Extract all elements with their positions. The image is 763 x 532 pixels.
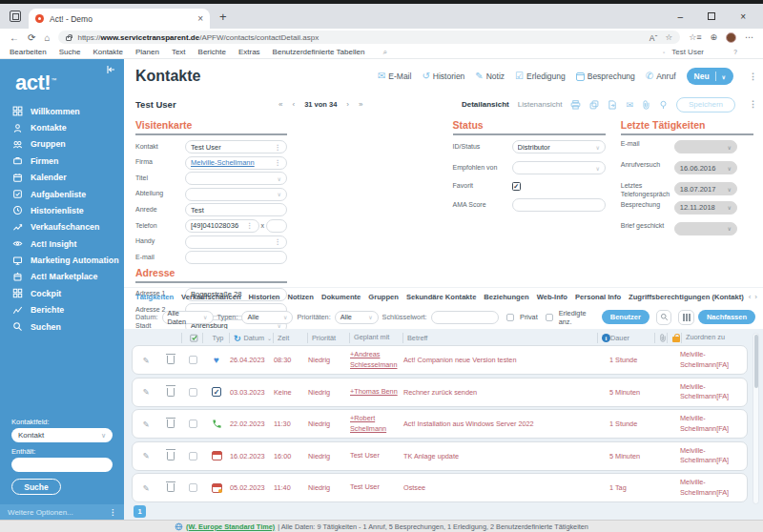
first-record-icon[interactable]: « bbox=[278, 100, 282, 109]
erledigte-checkbox[interactable] bbox=[546, 314, 553, 321]
ellipsis-icon[interactable]: ⋮ bbox=[246, 221, 254, 230]
browser-tab[interactable]: Act! - Demo × bbox=[29, 9, 210, 29]
sidebar-item-act-marketplace[interactable]: Act! Marketplace bbox=[0, 269, 124, 285]
id-status-select[interactable]: Distributor∨ bbox=[512, 140, 606, 153]
sidebar-collapse-icon[interactable] bbox=[105, 64, 116, 75]
next-record-icon[interactable]: › bbox=[346, 100, 349, 109]
datum-filter-select[interactable]: Alle Daten∨ bbox=[162, 311, 214, 324]
privat-checkbox[interactable] bbox=[506, 314, 514, 321]
new-tab-button[interactable]: + bbox=[219, 10, 227, 24]
chevron-down-icon[interactable]: ∨ bbox=[722, 73, 726, 80]
sidebar-item-willkommen[interactable]: Willkommen bbox=[0, 103, 124, 119]
edit-icon[interactable]: ✎ bbox=[133, 419, 159, 429]
titel-select[interactable]: ∨ bbox=[185, 172, 287, 185]
sidebar-item-marketing-automation[interactable]: Marketing Automation bbox=[0, 252, 124, 268]
ellipsis-icon[interactable]: ⋮ bbox=[275, 158, 282, 167]
delete-icon[interactable] bbox=[159, 388, 182, 397]
tabs-scroll-right-icon[interactable]: › bbox=[754, 293, 757, 301]
tabs-scroll-left-icon[interactable]: ‹ bbox=[749, 293, 752, 301]
sidebar-item-cockpit[interactable]: Cockpit bbox=[0, 285, 124, 301]
tab-notizen[interactable]: Notizen bbox=[288, 293, 314, 301]
browser-profile-avatar[interactable] bbox=[726, 32, 736, 43]
prev-record-icon[interactable]: ‹ bbox=[292, 100, 295, 109]
extensions-icon[interactable]: ⊕ bbox=[710, 32, 717, 42]
menu-kontakte[interactable]: Kontakte bbox=[93, 48, 123, 56]
telefon-field[interactable]: [49]041028036⋮ bbox=[185, 219, 259, 233]
row-checkbox[interactable] bbox=[182, 483, 203, 492]
select-all-header[interactable] bbox=[181, 333, 202, 343]
sidebar-item-kalender[interactable]: Kalender bbox=[0, 170, 124, 186]
ellipsis-icon[interactable]: ⋮ bbox=[275, 143, 282, 152]
sidebar-item-historienliste[interactable]: Historienliste bbox=[0, 202, 124, 218]
pagination-page-1[interactable]: 1 bbox=[134, 505, 146, 518]
email-field[interactable] bbox=[185, 251, 287, 264]
action-anruf[interactable]: ✆Anruf bbox=[646, 72, 676, 81]
speichern-button[interactable]: Speichern bbox=[676, 97, 735, 113]
action-email[interactable]: ✉E-Mail bbox=[378, 72, 411, 81]
tab-historien[interactable]: Historien bbox=[249, 293, 280, 301]
browser-menu-icon[interactable]: ⋯ bbox=[745, 32, 753, 42]
user-menu[interactable]: ◦Test User bbox=[659, 48, 704, 57]
neu-button[interactable]: Neu∨ bbox=[687, 68, 733, 85]
close-button[interactable]: × bbox=[740, 11, 746, 22]
address-bar[interactable]: https://www.servicetransparent.de/APFW/c… bbox=[58, 31, 680, 44]
delete-icon[interactable] bbox=[159, 356, 182, 364]
tab-sekundaere-kontakte[interactable]: Sekundäre Kontakte bbox=[406, 293, 476, 301]
menu-berichte[interactable]: Berichte bbox=[198, 48, 226, 56]
ama-score-field[interactable] bbox=[512, 198, 606, 212]
abteilung-select[interactable]: ∨ bbox=[185, 188, 287, 201]
export-icon[interactable] bbox=[608, 100, 617, 110]
menu-bearbeiten[interactable]: Bearbeiten bbox=[10, 48, 47, 56]
geplant-mit-link[interactable]: +Thomas Benn bbox=[350, 387, 403, 398]
typen-filter-select[interactable]: Alle∨ bbox=[241, 311, 293, 324]
map-pin-icon[interactable] bbox=[659, 100, 668, 110]
tab-zugriffsberechtigungen[interactable]: Zugriffsberechtigungen (Kontakt) bbox=[629, 293, 744, 301]
tab-dokumente[interactable]: Dokumente bbox=[321, 293, 361, 301]
action-historien[interactable]: ↺Historien bbox=[422, 72, 464, 81]
record-more-dots-icon[interactable]: ⋮ bbox=[749, 100, 757, 109]
reload-icon[interactable]: ⟳ bbox=[28, 32, 35, 43]
read-aloud-icon[interactable]: A⌁ bbox=[650, 32, 658, 43]
delete-icon[interactable] bbox=[159, 452, 182, 460]
tab-detailansicht[interactable]: Detailansicht bbox=[462, 100, 509, 109]
tab-personal-info[interactable]: Personal Info bbox=[575, 293, 621, 301]
prioritaeten-filter-select[interactable]: Alle∨ bbox=[335, 311, 379, 324]
menu-search-icon[interactable]: ⌕ bbox=[382, 48, 386, 57]
edit-icon[interactable]: ✎ bbox=[133, 356, 159, 365]
tab-web-info[interactable]: Web-Info bbox=[537, 293, 567, 301]
favorites-bar-icon[interactable]: ☆≡ bbox=[689, 32, 701, 42]
maximize-button[interactable] bbox=[708, 12, 715, 20]
tab-beziehungen[interactable]: Beziehungen bbox=[484, 293, 528, 301]
table-row[interactable]: ✎ 16.02.2023 16:00 Niedrig Test User TK … bbox=[132, 441, 748, 471]
sidebar-item-firmen[interactable]: Firmen bbox=[0, 153, 124, 169]
enthaelt-input[interactable] bbox=[11, 458, 113, 472]
action-erledigung[interactable]: ☑Erledigung bbox=[515, 72, 566, 81]
refresh-icon[interactable]: ↻ bbox=[234, 334, 241, 343]
empfohlen-von-select[interactable]: ∨ bbox=[512, 161, 606, 174]
anrede-field[interactable]: Test bbox=[185, 203, 287, 216]
back-icon[interactable]: ← bbox=[10, 32, 19, 43]
firma-link[interactable]: Melville-Schellmann bbox=[191, 158, 275, 167]
handy-field[interactable]: ⋮ bbox=[185, 235, 287, 249]
firma-field[interactable]: Melville-Schellmann⋮ bbox=[185, 156, 287, 170]
menu-suche[interactable]: Suche bbox=[59, 48, 81, 56]
table-row[interactable]: ✎ ♥ 26.04.2023 08:30 Niedrig +Andreas Sc… bbox=[132, 345, 748, 375]
sidebar-item-suchen[interactable]: Suchen bbox=[0, 318, 124, 335]
weitere-optionen[interactable]: Weitere Optionen... ⋮ bbox=[0, 504, 124, 520]
sidebar-item-act-insight[interactable]: Act! Insight bbox=[0, 235, 124, 252]
edit-icon[interactable]: ✎ bbox=[133, 387, 159, 397]
table-row[interactable]: ✎ 05.02.2023 11:40 Niedrig Test User Ost… bbox=[132, 473, 748, 502]
schluesselwort-input[interactable] bbox=[431, 311, 499, 324]
edit-icon[interactable]: ✎ bbox=[133, 451, 159, 460]
mail-icon[interactable]: ✉ bbox=[626, 100, 633, 110]
action-notiz[interactable]: ✎Notiz bbox=[475, 72, 505, 81]
delete-icon[interactable] bbox=[159, 483, 182, 492]
col-typ[interactable]: Typ bbox=[202, 333, 229, 343]
col-zuordnen-zu[interactable]: Zuordnen zu bbox=[681, 333, 748, 343]
row-checkbox[interactable] bbox=[182, 452, 203, 460]
col-datum[interactable]: ↻Datum⌄ bbox=[229, 333, 273, 343]
last-record-icon[interactable]: » bbox=[359, 100, 362, 109]
help-icon[interactable]: ? bbox=[731, 48, 740, 57]
column-settings-button[interactable] bbox=[678, 310, 694, 325]
benutzer-button[interactable]: Benutzer bbox=[602, 310, 650, 324]
